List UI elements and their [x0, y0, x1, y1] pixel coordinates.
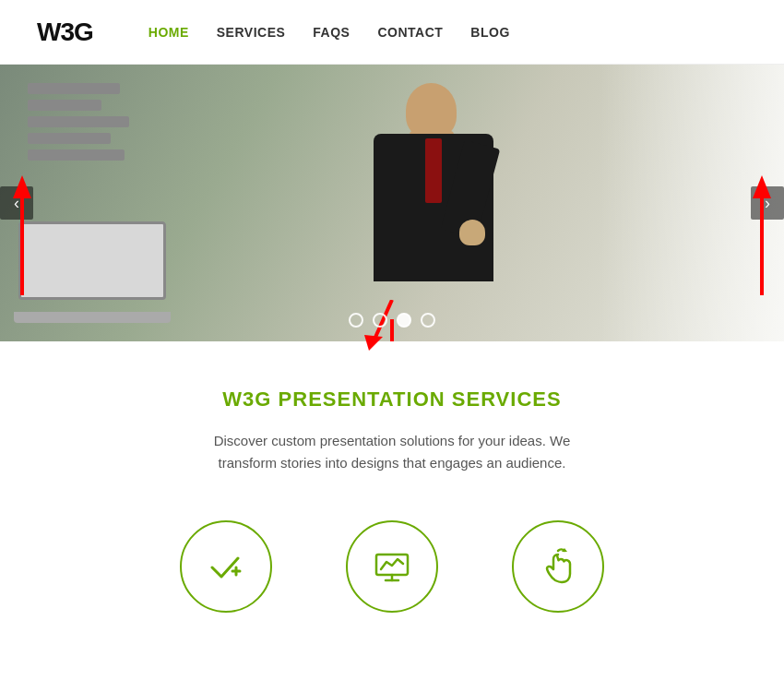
nav-blog[interactable]: BLOG	[470, 25, 509, 40]
features-icons-row	[111, 520, 673, 640]
annotation-arrow-right	[749, 175, 775, 308]
touch-hand-icon	[537, 545, 579, 588]
shelf-decor	[28, 83, 138, 166]
annotation-arrow-bottom	[369, 319, 415, 341]
nav-home[interactable]: HOME	[148, 25, 189, 40]
section-description: Discover custom presentation solutions f…	[198, 430, 586, 474]
svg-marker-3	[753, 175, 771, 198]
svg-marker-1	[13, 175, 31, 198]
dot-4[interactable]	[421, 313, 435, 328]
feature-icon-2	[346, 520, 438, 613]
nav-contact[interactable]: CONTACT	[377, 25, 443, 40]
nav: HOME SERVICES FAQS CONTACT BLOG	[148, 25, 510, 40]
nav-faqs[interactable]: FAQS	[313, 25, 350, 40]
dot-1[interactable]	[349, 313, 363, 328]
check-add-icon	[205, 545, 247, 588]
feature-icon-1	[180, 520, 272, 613]
main-content: W3G PRESENTATION SERVICES Discover custo…	[0, 341, 784, 677]
nav-services[interactable]: SERVICES	[217, 25, 286, 40]
laptop-prop	[18, 221, 184, 323]
chart-monitor-icon	[371, 545, 413, 588]
hero-person	[341, 74, 526, 332]
logo: W3G	[37, 18, 93, 47]
section-title: W3G PRESENTATION SERVICES	[111, 388, 673, 412]
header: W3G HOME SERVICES FAQS CONTACT BLOG	[0, 0, 784, 65]
feature-icon-3	[512, 520, 604, 613]
annotation-arrow-left	[9, 175, 35, 308]
